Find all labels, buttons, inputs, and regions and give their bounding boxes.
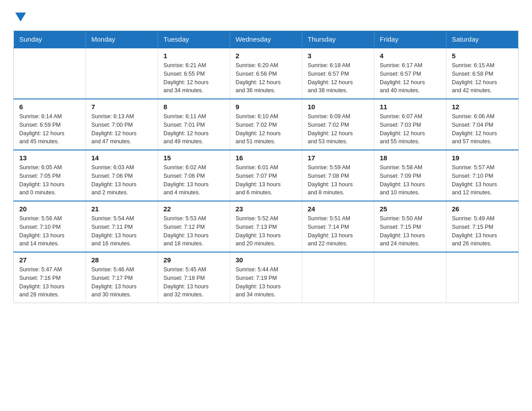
day-info: Sunrise: 6:06 AM Sunset: 7:04 PM Dayligh…	[452, 112, 513, 146]
day-info: Sunrise: 6:14 AM Sunset: 6:59 PM Dayligh…	[19, 112, 80, 146]
calendar-table: SundayMondayTuesdayWednesdayThursdayFrid…	[13, 30, 519, 303]
day-info: Sunrise: 6:01 AM Sunset: 7:07 PM Dayligh…	[236, 163, 296, 197]
calendar-header: SundayMondayTuesdayWednesdayThursdayFrid…	[14, 31, 519, 48]
day-info: Sunrise: 6:21 AM Sunset: 6:55 PM Dayligh…	[163, 61, 224, 95]
day-info: Sunrise: 5:56 AM Sunset: 7:10 PM Dayligh…	[19, 214, 80, 248]
calendar-cell: 3Sunrise: 6:18 AM Sunset: 6:57 PM Daylig…	[302, 48, 374, 99]
calendar-cell: 15Sunrise: 6:02 AM Sunset: 7:06 PM Dayli…	[158, 150, 230, 201]
day-info: Sunrise: 5:59 AM Sunset: 7:08 PM Dayligh…	[308, 163, 369, 197]
day-number: 18	[380, 154, 441, 162]
logo-triangle-icon	[15, 13, 26, 21]
calendar-cell: 10Sunrise: 6:09 AM Sunset: 7:02 PM Dayli…	[302, 99, 374, 150]
calendar-cell: 27Sunrise: 5:47 AM Sunset: 7:16 PM Dayli…	[14, 252, 86, 303]
logo	[13, 9, 28, 21]
day-info: Sunrise: 5:51 AM Sunset: 7:14 PM Dayligh…	[308, 214, 369, 248]
day-number: 29	[163, 256, 224, 264]
day-info: Sunrise: 6:20 AM Sunset: 6:56 PM Dayligh…	[236, 61, 296, 95]
calendar-cell: 26Sunrise: 5:49 AM Sunset: 7:15 PM Dayli…	[446, 201, 519, 252]
day-info: Sunrise: 6:02 AM Sunset: 7:06 PM Dayligh…	[163, 163, 224, 197]
calendar-day-header: Sunday	[14, 31, 86, 48]
calendar-cell	[14, 48, 86, 99]
day-number: 28	[91, 256, 152, 264]
day-info: Sunrise: 6:03 AM Sunset: 7:06 PM Dayligh…	[91, 163, 152, 197]
calendar-cell	[374, 252, 446, 303]
calendar-day-header: Friday	[374, 31, 446, 48]
calendar-day-header: Wednesday	[230, 31, 302, 48]
day-info: Sunrise: 6:07 AM Sunset: 7:03 PM Dayligh…	[380, 112, 441, 146]
calendar-cell: 21Sunrise: 5:54 AM Sunset: 7:11 PM Dayli…	[86, 201, 158, 252]
day-number: 12	[452, 103, 513, 111]
calendar-cell: 18Sunrise: 5:58 AM Sunset: 7:09 PM Dayli…	[374, 150, 446, 201]
day-info: Sunrise: 6:17 AM Sunset: 6:57 PM Dayligh…	[380, 61, 441, 95]
calendar-cell: 2Sunrise: 6:20 AM Sunset: 6:56 PM Daylig…	[230, 48, 302, 99]
day-number: 24	[308, 205, 369, 213]
calendar-cell: 6Sunrise: 6:14 AM Sunset: 6:59 PM Daylig…	[14, 99, 86, 150]
day-info: Sunrise: 5:57 AM Sunset: 7:10 PM Dayligh…	[452, 163, 513, 197]
day-info: Sunrise: 5:58 AM Sunset: 7:09 PM Dayligh…	[380, 163, 441, 197]
day-info: Sunrise: 6:09 AM Sunset: 7:02 PM Dayligh…	[308, 112, 369, 146]
calendar-cell: 22Sunrise: 5:53 AM Sunset: 7:12 PM Dayli…	[158, 201, 230, 252]
day-info: Sunrise: 5:46 AM Sunset: 7:17 PM Dayligh…	[91, 265, 152, 299]
calendar-cell: 9Sunrise: 6:10 AM Sunset: 7:02 PM Daylig…	[230, 99, 302, 150]
day-number: 1	[163, 52, 224, 60]
calendar-day-header: Monday	[86, 31, 158, 48]
day-number: 4	[380, 52, 441, 60]
day-info: Sunrise: 5:54 AM Sunset: 7:11 PM Dayligh…	[91, 214, 152, 248]
calendar-cell: 4Sunrise: 6:17 AM Sunset: 6:57 PM Daylig…	[374, 48, 446, 99]
calendar-cell: 1Sunrise: 6:21 AM Sunset: 6:55 PM Daylig…	[158, 48, 230, 99]
day-number: 3	[308, 52, 369, 60]
calendar-cell: 19Sunrise: 5:57 AM Sunset: 7:10 PM Dayli…	[446, 150, 519, 201]
day-info: Sunrise: 6:18 AM Sunset: 6:57 PM Dayligh…	[308, 61, 369, 95]
calendar-cell	[86, 48, 158, 99]
calendar-cell: 16Sunrise: 6:01 AM Sunset: 7:07 PM Dayli…	[230, 150, 302, 201]
calendar-week-row: 13Sunrise: 6:05 AM Sunset: 7:05 PM Dayli…	[14, 150, 519, 201]
calendar-cell: 25Sunrise: 5:50 AM Sunset: 7:15 PM Dayli…	[374, 201, 446, 252]
calendar-cell	[302, 252, 374, 303]
day-info: Sunrise: 5:49 AM Sunset: 7:15 PM Dayligh…	[452, 214, 513, 248]
day-number: 20	[19, 205, 80, 213]
day-info: Sunrise: 6:15 AM Sunset: 6:58 PM Dayligh…	[452, 61, 513, 95]
day-number: 25	[380, 205, 441, 213]
day-info: Sunrise: 5:45 AM Sunset: 7:18 PM Dayligh…	[163, 265, 224, 299]
day-info: Sunrise: 5:53 AM Sunset: 7:12 PM Dayligh…	[163, 214, 224, 248]
day-number: 15	[163, 154, 224, 162]
day-number: 8	[163, 103, 224, 111]
calendar-week-row: 20Sunrise: 5:56 AM Sunset: 7:10 PM Dayli…	[14, 201, 519, 252]
calendar-cell: 17Sunrise: 5:59 AM Sunset: 7:08 PM Dayli…	[302, 150, 374, 201]
day-info: Sunrise: 6:13 AM Sunset: 7:00 PM Dayligh…	[91, 112, 152, 146]
calendar-cell: 30Sunrise: 5:44 AM Sunset: 7:19 PM Dayli…	[230, 252, 302, 303]
day-number: 30	[236, 256, 296, 264]
calendar-cell: 5Sunrise: 6:15 AM Sunset: 6:58 PM Daylig…	[446, 48, 519, 99]
day-info: Sunrise: 6:11 AM Sunset: 7:01 PM Dayligh…	[163, 112, 224, 146]
day-info: Sunrise: 5:44 AM Sunset: 7:19 PM Dayligh…	[236, 265, 296, 299]
calendar-cell: 20Sunrise: 5:56 AM Sunset: 7:10 PM Dayli…	[14, 201, 86, 252]
day-number: 22	[163, 205, 224, 213]
calendar-cell: 8Sunrise: 6:11 AM Sunset: 7:01 PM Daylig…	[158, 99, 230, 150]
day-number: 13	[19, 154, 80, 162]
calendar-cell: 11Sunrise: 6:07 AM Sunset: 7:03 PM Dayli…	[374, 99, 446, 150]
day-number: 23	[236, 205, 296, 213]
calendar-day-header: Tuesday	[158, 31, 230, 48]
day-number: 7	[91, 103, 152, 111]
calendar-day-header: Thursday	[302, 31, 374, 48]
day-info: Sunrise: 6:05 AM Sunset: 7:05 PM Dayligh…	[19, 163, 80, 197]
day-number: 17	[308, 154, 369, 162]
day-number: 19	[452, 154, 513, 162]
calendar-cell: 28Sunrise: 5:46 AM Sunset: 7:17 PM Dayli…	[86, 252, 158, 303]
day-number: 5	[452, 52, 513, 60]
calendar-week-row: 1Sunrise: 6:21 AM Sunset: 6:55 PM Daylig…	[14, 48, 519, 99]
calendar-header-row: SundayMondayTuesdayWednesdayThursdayFrid…	[14, 31, 519, 48]
calendar-week-row: 6Sunrise: 6:14 AM Sunset: 6:59 PM Daylig…	[14, 99, 519, 150]
calendar-cell	[446, 252, 519, 303]
calendar-cell: 29Sunrise: 5:45 AM Sunset: 7:18 PM Dayli…	[158, 252, 230, 303]
day-number: 10	[308, 103, 369, 111]
day-number: 21	[91, 205, 152, 213]
day-number: 2	[236, 52, 296, 60]
day-number: 16	[236, 154, 296, 162]
day-number: 9	[236, 103, 296, 111]
day-number: 14	[91, 154, 152, 162]
calendar-cell: 12Sunrise: 6:06 AM Sunset: 7:04 PM Dayli…	[446, 99, 519, 150]
day-number: 6	[19, 103, 80, 111]
calendar-cell: 23Sunrise: 5:52 AM Sunset: 7:13 PM Dayli…	[230, 201, 302, 252]
calendar-cell: 14Sunrise: 6:03 AM Sunset: 7:06 PM Dayli…	[86, 150, 158, 201]
